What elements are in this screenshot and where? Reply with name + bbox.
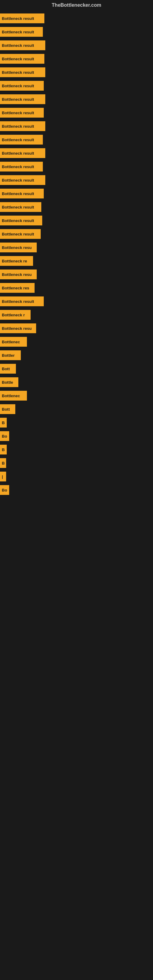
bar-label-24: Bottlenec <box>2 340 20 344</box>
bar-row: Bottlenec <box>0 335 153 348</box>
bars-container: Bottleneck resultBottleneck resultBottle… <box>0 12 153 503</box>
bar-label-28: Bottlenec <box>2 393 20 398</box>
bar-label-2: Bottleneck result <box>2 43 34 48</box>
bar-row: Bottleneck resu <box>0 241 153 254</box>
bar-row: Bottleneck res <box>0 281 153 294</box>
bar-label-15: Bottleneck result <box>2 218 34 223</box>
bar-label-16: Bottleneck result <box>2 232 34 236</box>
bar-row: | <box>0 470 153 483</box>
bar-label-30: B <box>2 420 5 425</box>
bar-29: Bott <box>0 404 15 414</box>
bar-8: Bottleneck result <box>0 121 45 131</box>
bar-16: Bottleneck result <box>0 229 41 239</box>
bar-20: Bottleneck res <box>0 283 35 293</box>
bar-21: Bottleneck result <box>0 296 44 306</box>
bar-label-8: Bottleneck result <box>2 124 34 129</box>
bar-label-3: Bottleneck result <box>2 57 34 61</box>
bar-row: Bottleneck result <box>0 92 153 106</box>
bar-row: Bottleneck result <box>0 200 153 214</box>
bar-3: Bottleneck result <box>0 54 45 64</box>
bar-row: Bottleneck result <box>0 119 153 133</box>
bar-row: Bottleneck result <box>0 294 153 308</box>
bar-label-18: Bottleneck re <box>2 259 27 263</box>
bar-label-0: Bottleneck result <box>2 16 34 21</box>
bar-2: Bottleneck result <box>0 40 45 50</box>
bar-label-31: Bo <box>2 434 7 439</box>
bar-10: Bottleneck result <box>0 148 45 158</box>
bar-row: Bottleneck re <box>0 254 153 268</box>
bar-row: Bott <box>0 362 153 375</box>
bar-label-4: Bottleneck result <box>2 70 34 75</box>
bar-6: Bottleneck result <box>0 94 45 104</box>
bar-label-9: Bottleneck result <box>2 137 34 142</box>
bar-row: B <box>0 416 153 430</box>
bar-0: Bottleneck result <box>0 13 45 23</box>
bar-row: Bottler <box>0 348 153 362</box>
bar-row: Bottleneck result <box>0 52 153 65</box>
bar-label-22: Bottleneck r <box>2 313 25 317</box>
bar-row: Bottleneck result <box>0 133 153 146</box>
bar-33: B <box>0 458 6 468</box>
bar-19: Bottleneck resu <box>0 269 37 279</box>
bar-12: Bottleneck result <box>0 175 45 185</box>
bar-row: Bottleneck result <box>0 173 153 187</box>
bar-row: Bottleneck result <box>0 160 153 173</box>
bar-row: B <box>0 456 153 470</box>
bar-label-14: Bottleneck result <box>2 205 34 210</box>
bar-label-27: Bottle <box>2 380 13 385</box>
bar-label-1: Bottleneck result <box>2 30 34 34</box>
bar-row: Bottleneck result <box>0 38 153 52</box>
bar-label-29: Bott <box>2 407 10 412</box>
bar-30: B <box>0 418 7 428</box>
bar-15: Bottleneck result <box>0 216 42 225</box>
bar-label-34: | <box>2 474 3 479</box>
bar-23: Bottleneck resu <box>0 323 36 333</box>
bar-row: Bottleneck resu <box>0 321 153 335</box>
bar-22: Bottleneck r <box>0 310 30 320</box>
bar-label-25: Bottler <box>2 353 15 358</box>
bar-label-5: Bottleneck result <box>2 84 34 88</box>
bar-label-6: Bottleneck result <box>2 97 34 102</box>
bar-label-32: B <box>2 447 5 452</box>
bar-31: Bo <box>0 431 9 441</box>
bar-label-33: B <box>2 461 5 466</box>
bar-13: Bottleneck result <box>0 189 44 199</box>
bar-4: Bottleneck result <box>0 67 45 77</box>
bar-label-11: Bottleneck result <box>2 164 34 169</box>
bar-row: Bo <box>0 483 153 497</box>
bar-row: Bottleneck result <box>0 25 153 38</box>
bar-label-21: Bottleneck result <box>2 299 34 304</box>
bar-17: Bottleneck resu <box>0 243 37 252</box>
bar-label-12: Bottleneck result <box>2 178 34 183</box>
bar-label-13: Bottleneck result <box>2 191 34 196</box>
bar-row: Bottleneck result <box>0 79 153 92</box>
bar-row: Bottleneck r <box>0 308 153 321</box>
bar-label-7: Bottleneck result <box>2 111 34 115</box>
bar-row: Bottle <box>0 375 153 389</box>
bar-1: Bottleneck result <box>0 27 43 37</box>
bar-34: | <box>0 472 6 481</box>
bar-row: Bottleneck result <box>0 12 153 25</box>
bar-18: Bottleneck re <box>0 256 33 266</box>
bar-label-35: Bo <box>2 488 7 492</box>
bar-7: Bottleneck result <box>0 108 44 118</box>
bar-9: Bottleneck result <box>0 135 43 145</box>
bar-label-10: Bottleneck result <box>2 151 34 156</box>
bar-row: Bott <box>0 402 153 416</box>
bar-35: Bo <box>0 485 9 495</box>
bar-label-17: Bottleneck resu <box>2 245 32 250</box>
bar-row: Bottlenec <box>0 389 153 402</box>
bar-label-20: Bottleneck res <box>2 286 29 290</box>
bar-28: Bottlenec <box>0 391 27 401</box>
bar-label-26: Bott <box>2 367 10 371</box>
bar-row: Bottleneck result <box>0 187 153 200</box>
bar-24: Bottlenec <box>0 337 27 347</box>
bar-26: Bott <box>0 364 16 374</box>
bar-label-23: Bottleneck resu <box>2 326 32 331</box>
bar-25: Bottler <box>0 350 21 360</box>
bar-5: Bottleneck result <box>0 81 44 91</box>
bar-label-19: Bottleneck resu <box>2 272 32 277</box>
bar-row: Bottleneck result <box>0 227 153 241</box>
bar-row: Bottleneck resu <box>0 268 153 281</box>
bar-row: Bottleneck result <box>0 146 153 160</box>
